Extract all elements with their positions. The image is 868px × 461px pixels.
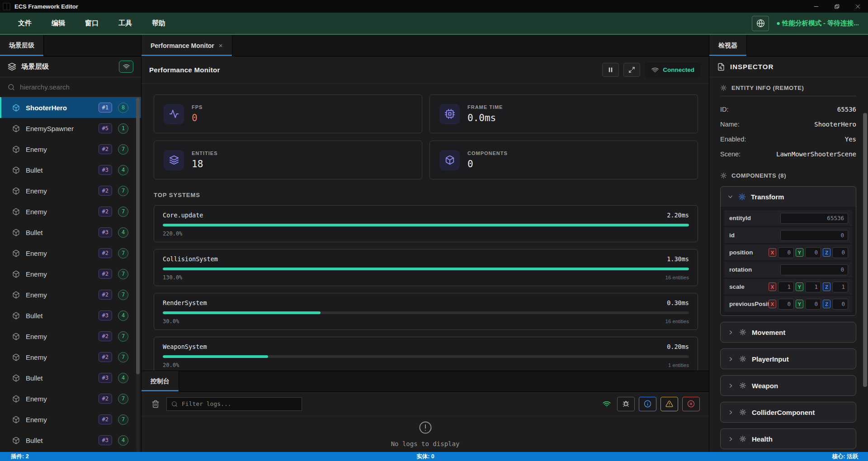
gear-icon [739,382,746,389]
tab-performance-monitor[interactable]: Performance Monitor × [142,35,232,56]
restore-button[interactable] [826,0,847,13]
hierarchy-entity-row[interactable]: Enemy #2 7 [0,409,141,430]
entity-index-badge: #1 [99,103,112,113]
property-value-input[interactable]: 65536 [780,213,848,224]
system-entity-count: 1 entities [668,362,689,368]
component-card-collapsed[interactable]: Health [720,428,856,449]
system-progress-track [163,311,689,314]
gear-icon [739,355,746,362]
entity-cube-icon [12,229,20,236]
hierarchy-entity-row[interactable]: EnemySpawner #5 1 [0,118,141,139]
chevron-right-icon [728,409,734,415]
entity-info-section-header: ENTITY INFO (REMOTE) [720,85,856,91]
console-empty-state: No logs to display [142,416,709,452]
hierarchy-entity-row[interactable]: Enemy #2 7 [0,347,141,367]
hierarchy-search[interactable]: hierarchy.search [0,77,141,97]
menu-window[interactable]: 窗口 [85,19,99,28]
entity-cube-icon [12,333,20,340]
component-card-collapsed[interactable]: PlayerInput [720,348,856,369]
axis-x-input[interactable]: 1 [778,282,794,292]
hierarchy-entity-row[interactable]: Enemy #2 7 [0,180,141,201]
hierarchy-entity-row[interactable]: Enemy #2 7 [0,284,141,305]
hierarchy-tabstrip: 场景层级 [0,35,141,56]
hierarchy-entity-row[interactable]: Enemy #2 7 [0,388,141,409]
debug-filter-button[interactable] [617,397,635,411]
entity-cube-icon [12,104,20,112]
entity-index-badge: #3 [99,227,112,237]
menu-edit[interactable]: 编辑 [52,19,65,28]
stat-label: COMPONENTS [467,151,508,156]
stat-label: ENTITIES [192,151,218,156]
property-value-input[interactable]: 0 [780,230,848,241]
info-filter-button[interactable] [639,397,656,411]
section-title: ENTITY INFO (REMOTE) [731,85,804,91]
titlebar: ECS Framework Editor [0,0,868,13]
log-filter-input[interactable] [182,400,297,407]
console-toolbar [142,392,709,416]
gear-icon [738,193,746,201]
axis-x-chip: X [769,300,776,308]
property-label: id [729,232,780,239]
window-controls [806,0,868,13]
component-card-collapsed[interactable]: ColliderComponent [720,402,856,423]
hierarchy-sync-button[interactable] [119,61,133,73]
hierarchy-entity-row[interactable]: Enemy #2 7 [0,243,141,263]
transform-header[interactable]: Transform [721,187,856,207]
hierarchy-entity-row[interactable]: Bullet #3 4 [0,222,141,243]
menu-tools[interactable]: 工具 [118,19,132,28]
axis-y-input[interactable]: 1 [805,282,821,292]
field-label: ID: [720,106,729,113]
hierarchy-scrollbar[interactable] [136,98,140,452]
entity-name: Enemy [26,208,47,216]
axis-z-chip: Z [823,282,830,291]
warning-filter-button[interactable] [660,397,678,411]
pause-button[interactable] [602,63,619,77]
axis-y-input[interactable]: 0 [805,299,821,310]
language-globe-button[interactable] [752,16,769,31]
hierarchy-entity-row[interactable]: Enemy #2 7 [0,263,141,284]
stat-card-fps: FPS 0 [154,94,422,133]
tab-scene-hierarchy[interactable]: 场景层级 [0,35,44,56]
hierarchy-entity-row[interactable]: Enemy #2 7 [0,201,141,222]
axis-z-input[interactable]: 0 [832,247,848,258]
menu-file[interactable]: 文件 [18,19,32,28]
tab-close-icon[interactable]: × [219,42,223,49]
scrollbar-thumb[interactable] [863,113,867,387]
hierarchy-entity-row[interactable]: Enemy #2 7 [0,139,141,160]
close-icon [855,4,861,9]
app-logo-icon [3,3,10,10]
entity-name: Enemy [26,249,47,257]
close-button[interactable] [847,0,868,13]
tab-inspector[interactable]: 检视器 [709,35,747,56]
expand-button[interactable] [623,63,640,77]
tab-console[interactable]: 控制台 [142,371,179,391]
system-name: CollisionSystem [163,255,218,263]
hierarchy-entity-row[interactable]: Bullet #3 4 [0,160,141,180]
axis-z-input[interactable]: 1 [832,282,848,292]
layers-icon [164,150,184,170]
component-card-collapsed[interactable]: Movement [720,322,856,343]
axis-x-input[interactable]: 0 [778,299,794,310]
hierarchy-entity-row[interactable]: Bullet #3 4 [0,367,141,388]
hierarchy-entity-row[interactable]: Enemy #2 7 [0,326,141,347]
hierarchy-entity-row[interactable]: ShooterHero #1 8 [0,97,141,118]
clear-logs-button[interactable] [151,400,160,408]
axis-y-input[interactable]: 0 [805,247,821,258]
wifi-icon [123,63,130,70]
inspector-scrollbar[interactable] [863,91,867,452]
entity-name: Enemy [26,333,47,340]
axis-z-input[interactable]: 0 [832,299,848,310]
hierarchy-entity-row[interactable]: Bullet #3 4 [0,430,141,451]
field-label: Enabled: [720,136,746,143]
entity-cube-icon [12,146,20,153]
component-card-collapsed[interactable]: Weapon [720,375,856,396]
scrollbar-thumb[interactable] [136,98,140,374]
restore-icon [834,4,840,9]
axis-x-input[interactable]: 0 [778,247,794,258]
components-section-header: COMPONENTS (8) [720,172,856,179]
menu-help[interactable]: 帮助 [152,19,165,28]
property-value-input[interactable]: 0 [780,264,848,275]
hierarchy-entity-row[interactable]: Bullet #3 4 [0,305,141,326]
error-filter-button[interactable] [682,397,700,411]
minimize-button[interactable] [806,0,826,13]
